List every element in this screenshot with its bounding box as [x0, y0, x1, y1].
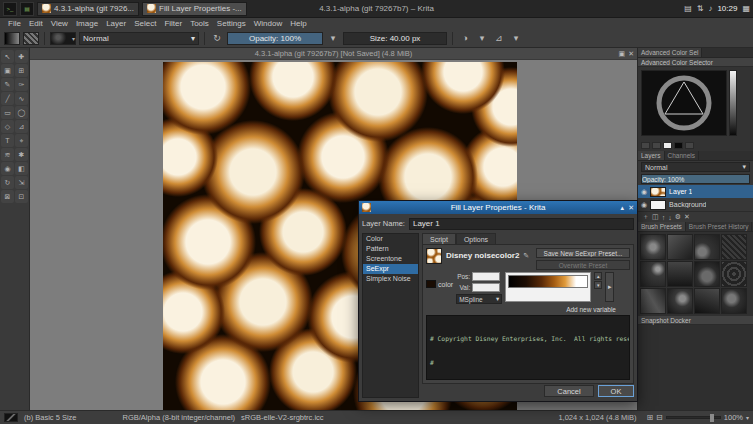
brush-preset-thumbnail[interactable]: [667, 234, 693, 260]
menu-settings[interactable]: Settings: [213, 19, 250, 28]
generator-item-screentone[interactable]: Screentone: [363, 254, 418, 264]
tray-grid-icon[interactable]: ▤: [684, 4, 692, 13]
spin-up-icon[interactable]: ▴: [594, 272, 602, 280]
brush-preset-thumbnail[interactable]: [721, 288, 747, 314]
pattern-chooser[interactable]: [23, 32, 39, 45]
color-gamut-icon[interactable]: [685, 142, 694, 149]
color-swatch-black[interactable]: [674, 142, 683, 149]
reload-preset-icon[interactable]: ↻: [210, 32, 224, 45]
zoom-slider[interactable]: [666, 416, 721, 419]
brush-preset-thumbnail[interactable]: [694, 288, 720, 314]
ellipse-tool-icon[interactable]: ◯: [15, 106, 28, 119]
color-triangle-selector[interactable]: [641, 70, 727, 136]
tab-brush-presets[interactable]: Brush Presets: [638, 222, 686, 231]
add-layer-icon[interactable]: ＋: [642, 212, 649, 222]
text-tool-icon[interactable]: T: [1, 134, 14, 147]
freehand-brush-tool-icon[interactable]: ✎: [1, 78, 14, 91]
brush-preset-thumbnail[interactable]: [667, 288, 693, 314]
preset-thumbnail[interactable]: [426, 248, 442, 264]
layer-name-input[interactable]: [409, 218, 634, 230]
brush-preset-thumbnail[interactable]: [721, 234, 747, 260]
freehand-path-tool-icon[interactable]: ∿: [15, 92, 28, 105]
calligraphy-tool-icon[interactable]: ✑: [15, 78, 28, 91]
wrap-around-icon[interactable]: ⊿: [492, 32, 506, 45]
crop-tool-icon[interactable]: ▣: [1, 64, 14, 77]
dropdown-icon[interactable]: ▾: [509, 32, 523, 45]
color-swatch[interactable]: [426, 280, 436, 288]
brush-preset-thumbnail[interactable]: [667, 261, 693, 287]
val-input[interactable]: [472, 283, 500, 292]
volume-icon[interactable]: ♪: [708, 4, 712, 13]
interpolation-combo[interactable]: MSpline ▾: [456, 294, 502, 304]
color-swatch-white[interactable]: [663, 142, 672, 149]
visibility-eye-icon[interactable]: ◉: [641, 201, 647, 209]
menu-edit[interactable]: Edit: [25, 19, 47, 28]
mirror-icon[interactable]: ◑: [458, 32, 472, 45]
gradient-tool-icon[interactable]: ≋: [1, 148, 14, 161]
close-icon[interactable]: ✕: [628, 50, 634, 58]
tab-script[interactable]: Script: [422, 233, 456, 244]
duplicate-layer-icon[interactable]: ◫: [652, 213, 659, 221]
dialog-titlebar[interactable]: Fill Layer Properties - Krita ▴ ✕: [359, 201, 637, 214]
blending-mode-combo[interactable]: Normal ▾: [79, 32, 199, 45]
tab-brush-preset-history[interactable]: Brush Preset History: [686, 222, 753, 231]
fill-tool-icon[interactable]: ✱: [15, 148, 28, 161]
gradient-editor-panel[interactable]: [505, 272, 591, 302]
expand-gradient-button[interactable]: ▸: [605, 272, 614, 302]
gradient-preview[interactable]: [508, 275, 588, 288]
zoom-slider-thumb[interactable]: [710, 414, 714, 422]
tab-advanced-color-selector[interactable]: Advanced Color Sel: [638, 48, 702, 57]
layer-properties-icon[interactable]: ⚙: [675, 213, 681, 221]
network-icon[interactable]: ⇅: [697, 4, 704, 13]
ok-button[interactable]: OK: [598, 385, 634, 397]
color-history-icon[interactable]: [652, 142, 661, 149]
taskbar-window-krita[interactable]: 4.3.1-alpha (git 7926...: [37, 2, 139, 16]
select-outline-tool-icon[interactable]: ↻: [1, 176, 14, 189]
generator-item-simplex-noise[interactable]: Simplex Noise: [363, 274, 418, 284]
layer-row-layer1[interactable]: ◉ Layer 1: [638, 185, 753, 198]
spin-down-icon[interactable]: ▾: [594, 281, 602, 289]
move-layer-down-icon[interactable]: ↓: [668, 214, 672, 221]
color-variable-group[interactable]: color: [426, 280, 453, 288]
dropdown-icon[interactable]: ▾: [746, 414, 749, 421]
brush-preset-thumbnail[interactable]: [640, 234, 666, 260]
menu-image[interactable]: Image: [72, 19, 102, 28]
brush-editor-button[interactable]: ▾: [50, 32, 76, 45]
polygon-tool-icon[interactable]: ◇: [1, 120, 14, 133]
rectangle-tool-icon[interactable]: ▭: [1, 106, 14, 119]
terminal-launcher-icon[interactable]: >_: [3, 2, 17, 16]
menu-select[interactable]: Select: [130, 19, 160, 28]
value-strip-slider[interactable]: [729, 70, 737, 136]
layer-opacity-slider[interactable]: Opacity: 100%: [641, 174, 750, 184]
line-tool-icon[interactable]: ╱: [1, 92, 14, 105]
tab-layers[interactable]: Layers: [638, 151, 665, 160]
menu-help[interactable]: Help: [286, 19, 310, 28]
move-tool-icon[interactable]: ✚: [15, 50, 28, 63]
generator-item-pattern[interactable]: Pattern: [363, 244, 418, 254]
pager-icon[interactable]: ▦: [742, 4, 750, 13]
menu-file[interactable]: File: [4, 19, 25, 28]
fit-width-icon[interactable]: ⊟: [656, 413, 663, 422]
gradient-chooser[interactable]: [4, 32, 20, 45]
brush-preset-thumbnail[interactable]: [640, 261, 666, 287]
tab-channels[interactable]: Channels: [665, 151, 699, 160]
grid-tool-icon[interactable]: ⊞: [15, 64, 28, 77]
select-rect-tool-icon[interactable]: ◧: [15, 162, 28, 175]
files-launcher-icon[interactable]: ▤: [20, 2, 34, 16]
brush-preset-thumbnail[interactable]: [721, 261, 747, 287]
generator-item-seexpr[interactable]: SeExpr: [363, 264, 418, 274]
zoom-level-label[interactable]: 100%: [724, 413, 743, 422]
layer-blending-mode-combo[interactable]: Normal ▾: [641, 162, 750, 172]
delete-layer-icon[interactable]: ✕: [684, 213, 690, 221]
clock[interactable]: 10:29: [717, 4, 737, 13]
generator-item-color[interactable]: Color: [363, 234, 418, 244]
polyline-tool-icon[interactable]: ⊿: [15, 120, 28, 133]
brush-size-slider[interactable]: Size: 40.00 px: [343, 32, 447, 45]
taskbar-window-fill-layer-properties[interactable]: Fill Layer Properties -...: [142, 2, 247, 16]
select-similar-tool-icon[interactable]: ⊠: [1, 190, 14, 203]
close-icon[interactable]: ✕: [628, 204, 634, 212]
brush-preset-thumbnail[interactable]: [694, 234, 720, 260]
menu-window[interactable]: Window: [250, 19, 286, 28]
add-variable-link[interactable]: Add new variable: [426, 306, 630, 313]
menu-layer[interactable]: Layer: [102, 19, 130, 28]
